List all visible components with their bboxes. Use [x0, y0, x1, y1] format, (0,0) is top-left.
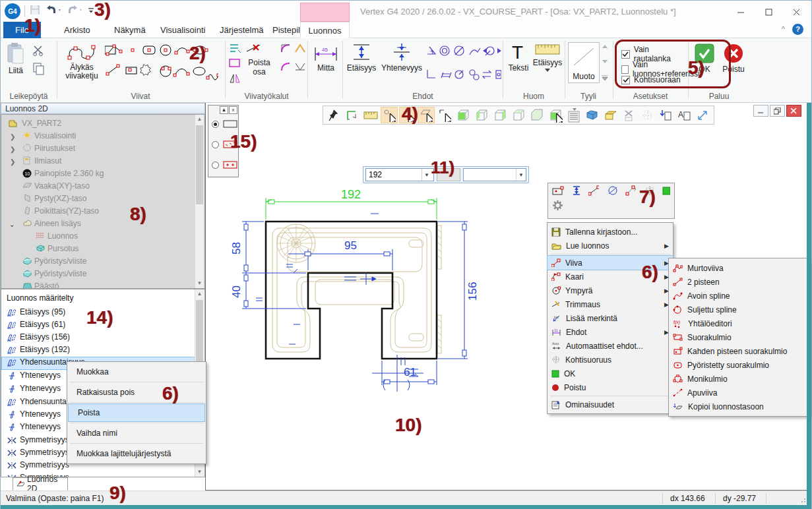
tab-nakyma[interactable]: Näkymä — [105, 22, 155, 38]
tab-arkisto[interactable]: Arkisto — [55, 22, 100, 38]
tree-item[interactable]: Ilmiasut — [34, 156, 61, 165]
tree-item[interactable]: Päästö — [34, 282, 59, 289]
menu-item-muokkaa-lajittelujarjestysta[interactable]: Muokkaa lajittelujärjestystä — [67, 445, 206, 462]
ok-button[interactable]: OK — [693, 44, 716, 74]
menu-item-vaihda-nimi[interactable]: Vaihda nimi — [67, 425, 206, 442]
copy-icon[interactable] — [32, 62, 46, 78]
tab-visualisointi[interactable]: Visualisointi — [151, 22, 214, 38]
undo-icon[interactable] — [45, 4, 62, 18]
redo-icon[interactable] — [66, 4, 83, 18]
submenu-item-yhtaloeditori[interactable]: f(x)Yhtälöeditori — [669, 316, 808, 330]
filter-option-2[interactable] — [212, 140, 237, 148]
luonnos2d-tab[interactable]: Luonnos 2D — [13, 477, 68, 490]
save-icon[interactable] — [29, 4, 41, 18]
fillet2-icon[interactable] — [280, 61, 293, 75]
filter-option-3[interactable] — [212, 161, 237, 169]
menu-item-tallenna[interactable]: Tallenna kirjastoon... — [547, 225, 673, 239]
list-item[interactable]: Symmetrisyys — [20, 435, 69, 444]
tree-item[interactable]: Pyöristys/viiste — [34, 256, 86, 266]
tree-item[interactable]: VX_PART2 — [22, 119, 61, 128]
tree-item[interactable]: Luonnos — [47, 231, 78, 241]
checkbox-kohtisuoraan[interactable]: Kohtisuoraan — [621, 75, 681, 84]
cube-back-icon[interactable] — [510, 107, 527, 123]
tab-file[interactable]: File — [3, 22, 41, 38]
delete-icon[interactable] — [621, 107, 638, 123]
gear-icon[interactable] — [552, 200, 563, 211]
offset-lines-icon[interactable] — [228, 42, 241, 57]
collapse-ribbon-icon[interactable]: ^ — [782, 25, 785, 33]
submenu-item-kahden-pisteen-suorakulmio[interactable]: Kahden pisteen suorakulmio — [669, 344, 808, 358]
cut-icon[interactable] — [32, 45, 46, 59]
list-item[interactable]: Etäisyys (192) — [20, 345, 70, 354]
list-item[interactable]: Etäisyys (95) — [20, 307, 65, 316]
menu-item-ympyra[interactable]: Ympyrä▶ — [547, 284, 673, 297]
remove-part-button[interactable]: Poista osa — [244, 58, 274, 77]
dimension-value-combo[interactable]: ▼ — [365, 168, 434, 181]
close-button[interactable] — [785, 5, 807, 19]
tree-item[interactable]: Piirustukset — [34, 144, 75, 153]
app-logo[interactable]: G4 — [5, 3, 20, 19]
maximize-button[interactable] — [757, 5, 780, 19]
doc-close-button[interactable] — [786, 105, 801, 117]
minimize-button[interactable] — [730, 5, 752, 19]
mirror-icon[interactable] — [228, 73, 241, 87]
grid-dashed-icon[interactable] — [639, 107, 656, 123]
tree-scrollbar[interactable]: ▲ ▼ — [195, 115, 204, 288]
menu-item-kohtisuoruus[interactable]: Kohtisuoruus — [547, 353, 673, 367]
menu-item-ominaisuudet[interactable]: Ominaisuudet — [547, 398, 673, 411]
link-icon[interactable] — [695, 107, 712, 123]
line-icon[interactable] — [588, 185, 599, 196]
select-edge-icon[interactable] — [399, 107, 416, 123]
part-blue-icon[interactable] — [584, 107, 601, 123]
menu-item-poista[interactable]: Poista — [69, 404, 204, 421]
doc-minimize-button[interactable] — [753, 105, 768, 117]
paste-button[interactable]: Liitä — [6, 42, 26, 75]
query-line-icon[interactable]: ? — [625, 185, 636, 196]
menu-item-ratkaisusta-pois[interactable]: Ratkaisusta pois — [67, 384, 206, 401]
text-box-icon[interactable]: A — [676, 107, 693, 123]
smart-polyline-button[interactable]: Älykäs viivaketju — [61, 42, 102, 80]
dimension-note-button[interactable]: Etäisyys — [532, 42, 563, 72]
yhtenevyys-constraint-button[interactable]: Yhtenevyys — [380, 42, 423, 73]
menu-item-trimmaus[interactable]: Trimmaus▶ — [547, 297, 673, 311]
tree-item[interactable]: Poikittais(YZ)-taso — [34, 206, 99, 216]
list-item[interactable]: Etäisyys (61) — [20, 320, 65, 329]
circle-slash-icon[interactable] — [607, 185, 617, 196]
tab-luonnos[interactable]: Luonnos — [300, 22, 350, 38]
tree-item[interactable]: Visualisointi — [34, 131, 76, 140]
menu-item-poistu[interactable]: Poistu — [547, 380, 673, 394]
menu-item-muokkaa[interactable]: Muokkaa — [67, 363, 206, 380]
menu-item-automaattiset[interactable]: AutoAutomaattiset ehdot... — [547, 339, 673, 353]
etaisyys-constraint-button[interactable]: Etäisyys — [346, 42, 377, 73]
insert-box-icon[interactable] — [658, 107, 675, 123]
submenu-item-apuviiva[interactable]: Apuviiva — [669, 386, 808, 400]
submenu-item-monikulmio[interactable]: Monikulmio — [669, 372, 808, 386]
dimension-value-input[interactable] — [366, 170, 422, 179]
trim-icon[interactable] — [245, 42, 263, 57]
submenu-item-suljettu-spline[interactable]: Suljettu spline — [669, 303, 808, 316]
drawer-icon[interactable] — [602, 107, 619, 123]
tree-item[interactable]: Pursotus — [47, 244, 78, 253]
list-item[interactable]: Symmetrisyys — [20, 448, 69, 457]
fillet-icon[interactable] — [280, 42, 293, 57]
tree-item[interactable]: Pyöristys/viiste — [34, 269, 86, 278]
menu-item-ehdot[interactable]: 11Ehdot▶ — [547, 325, 673, 339]
chamfer-icon[interactable] — [294, 42, 306, 57]
select-point-icon[interactable] — [381, 107, 398, 123]
select-contour-icon[interactable] — [436, 107, 453, 123]
menu-item-lue-luonnos[interactable]: Lue luonnos▶ — [547, 239, 673, 253]
rotate-view-icon[interactable] — [344, 107, 361, 123]
select-face-icon[interactable] — [418, 107, 435, 123]
filter-option-1[interactable] — [212, 120, 237, 128]
pin-icon[interactable] — [325, 107, 342, 123]
two-point-rect-icon[interactable] — [552, 186, 564, 196]
submenu-item-murtoviiva[interactable]: Murtoviiva — [669, 261, 808, 275]
submenu-item-2-pisteen[interactable]: 2 pisteen — [669, 275, 808, 289]
cube-select-icon[interactable] — [547, 107, 564, 123]
menu-item-ok[interactable]: OK — [547, 367, 673, 380]
combo-spacer-button[interactable] — [437, 168, 460, 181]
menu-item-viiva[interactable]: Viiva▶ — [547, 256, 673, 270]
cube-face-icon[interactable] — [454, 107, 472, 123]
chevron-right-icon[interactable]: ❯ — [10, 133, 15, 140]
list-item[interactable]: Yhtenevyys — [20, 422, 61, 431]
